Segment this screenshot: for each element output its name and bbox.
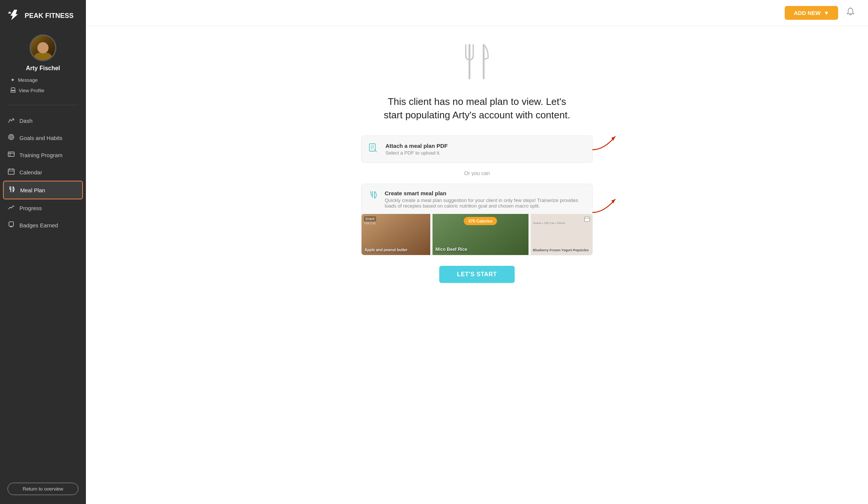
svg-rect-17: [9, 222, 13, 226]
sidebar-item-meal-plan[interactable]: Meal Plan: [3, 181, 83, 199]
sidebar-item-calendar[interactable]: Calendar: [0, 164, 86, 181]
logo-area: ⛰ PEAK FITNESS: [0, 0, 86, 31]
dropdown-icon: ▼: [824, 10, 829, 16]
svg-rect-3: [10, 91, 16, 92]
svg-rect-8: [8, 152, 14, 156]
smart-meal-desc: Quickly create a meal plan suggestion fo…: [385, 197, 585, 209]
meal-plan-icon: [8, 186, 16, 194]
calendar-icon: [7, 168, 15, 176]
profile-area: Arty Fischel ✦ Message View Profile: [0, 31, 86, 101]
lets-start-button[interactable]: LET'S START: [439, 266, 515, 283]
sidebar-item-training-program[interactable]: Training Program: [0, 146, 86, 164]
pdf-option-title: Attach a meal plan PDF: [385, 143, 585, 149]
options-container: Attach a meal plan PDF Select a PDF to u…: [361, 136, 593, 255]
empty-state-title: This client has no meal plan to view. Le…: [380, 95, 574, 122]
or-text: Or you can: [361, 169, 593, 178]
pdf-icon: [369, 143, 379, 155]
sidebar-item-goals-habits[interactable]: Goals and Habits: [0, 129, 86, 146]
return-to-overview-button[interactable]: Return to overview: [7, 483, 78, 495]
calorie-badge: 375 Calories: [464, 217, 497, 225]
message-button[interactable]: ✦ Message: [7, 75, 78, 84]
badges-icon: [7, 221, 15, 229]
user-name: Arty Fischel: [26, 65, 60, 72]
empty-state-icon: [458, 41, 496, 86]
food-label-1: Apple and peanut butter: [365, 248, 427, 252]
sidebar-item-badges-earned[interactable]: Badges Earned: [0, 217, 86, 234]
svg-rect-33: [585, 217, 590, 221]
smart-meal-icon: [369, 191, 379, 201]
svg-marker-0: [10, 10, 18, 20]
svg-text:⛰: ⛰: [8, 11, 11, 14]
sidebar-nav: Dash Goals and Habits Training Progr: [0, 109, 86, 477]
app-name: PEAK FITNESS: [25, 12, 74, 20]
logo-icon: ⛰: [7, 8, 21, 24]
goals-icon: [7, 134, 15, 142]
progress-icon: [7, 204, 15, 212]
add-new-button[interactable]: ADD NEW ▼: [785, 6, 838, 20]
main-area: ADD NEW ▼ Th: [86, 0, 868, 504]
smart-meal-title: Create smart meal plan: [385, 190, 585, 196]
notification-button[interactable]: [844, 6, 857, 21]
attach-pdf-option[interactable]: Attach a meal plan PDF Select a PDF to u…: [361, 136, 593, 163]
sidebar-item-progress[interactable]: Progress: [0, 199, 86, 217]
svg-marker-35: [611, 199, 615, 203]
svg-rect-2: [11, 88, 15, 90]
food-label-3: Blueberry Frozen Yogurt Popsicles: [533, 248, 590, 252]
main-content: This client has no meal plan to view. Le…: [86, 26, 868, 504]
svg-point-7: [11, 137, 12, 138]
dash-icon: [7, 116, 15, 125]
sidebar-bottom: Return to overview: [0, 477, 86, 504]
divider: [7, 105, 78, 105]
training-icon: [7, 151, 15, 159]
create-smart-meal-option[interactable]: Create smart meal plan Quickly create a …: [361, 184, 593, 255]
svg-point-4: [13, 119, 15, 121]
sidebar: ⛰ PEAK FITNESS Arty Fischel ✦ Message Vi: [0, 0, 86, 504]
pdf-option-desc: Select a PDF to upload it.: [385, 150, 585, 156]
topbar: ADD NEW ▼: [86, 0, 868, 26]
avatar: [30, 34, 56, 61]
svg-marker-30: [611, 137, 615, 141]
profile-icon: [10, 87, 16, 94]
sidebar-item-dash[interactable]: Dash: [0, 112, 86, 129]
message-icon: ✦: [10, 77, 15, 83]
view-profile-button[interactable]: View Profile: [7, 86, 78, 95]
svg-rect-11: [8, 169, 14, 174]
